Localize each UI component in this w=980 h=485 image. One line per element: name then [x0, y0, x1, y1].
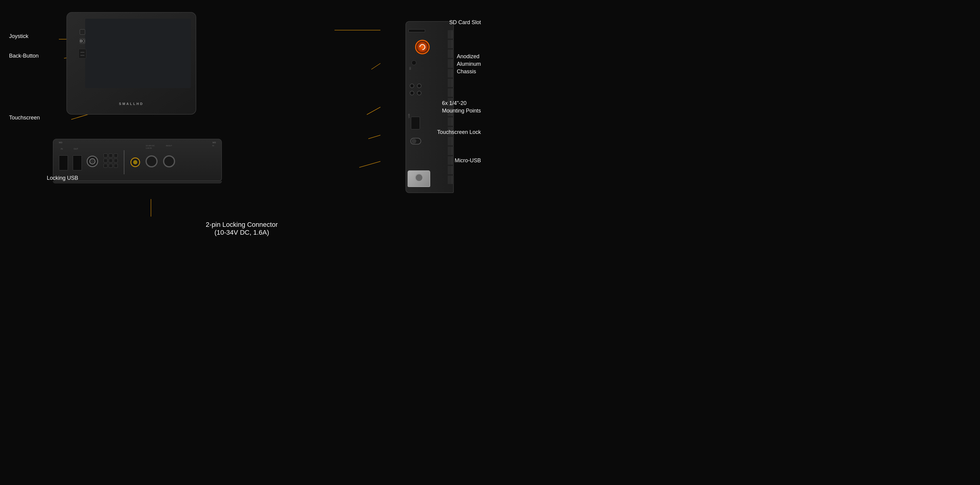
joystick-button: [80, 29, 85, 35]
power-button: [415, 40, 430, 54]
connector-line1: 2-pin Locking Connector: [206, 221, 278, 228]
micro-usb-label: Micro-USB: [455, 157, 481, 164]
usb-label: USB: [408, 114, 410, 118]
svg-line-9: [359, 162, 380, 167]
touchscreen-label: Touchscreen: [9, 115, 40, 121]
anodized-chassis-label: Anodized Aluminum Chassis: [457, 53, 481, 76]
hdmi-out-port: [73, 155, 82, 170]
out-label: OUT: [74, 148, 78, 150]
touchscreen-lock-label: Touchscreen Lock: [437, 129, 481, 135]
svg-line-8: [368, 135, 380, 139]
bottom-footer: [53, 181, 222, 183]
sd-card-slot-label: SD Card Slot: [449, 19, 481, 25]
back-button-label: Back-Button: [9, 53, 39, 59]
monitor-screen: [85, 19, 191, 88]
m3-label-right: M3: [213, 141, 216, 144]
bottom-mount-connector: [407, 170, 430, 187]
monitor-front-view: SMALLHD: [54, 12, 199, 130]
mounting-holes-cluster: [410, 84, 422, 95]
hdmi-in-port: [59, 155, 68, 170]
center-divider: [124, 150, 124, 174]
usb-port: [411, 117, 420, 129]
inout-label: IN/OUT: [166, 145, 172, 147]
sd-card-slot: [409, 29, 425, 32]
bottom-body: M3 M3 IN OUT: [53, 139, 222, 181]
lemo-gold-port: [130, 157, 140, 167]
dc-label2: 1.6A IN: [146, 147, 152, 149]
scene: SMALLHD M3 M3 IN OUT: [0, 0, 490, 242]
side-grip: [78, 49, 86, 59]
mounting-points-label: 6x 1/4"-20 Mounting Points: [442, 100, 481, 115]
connector-label: 2-pin Locking Connector (10-34V DC, 1.6A…: [206, 221, 278, 236]
brand-label: SMALLHD: [119, 102, 144, 106]
lemo-port: [87, 155, 98, 167]
button-cluster: [103, 154, 118, 168]
m3-label-left: M3: [59, 141, 62, 144]
in-label: IN: [61, 148, 63, 150]
dc-label: 10-34V DC: [146, 145, 155, 147]
sd-label: SD: [409, 67, 411, 70]
connector-line2: (10-34V DC, 1.6A): [206, 228, 278, 236]
svg-line-7: [367, 107, 380, 115]
bnc-port-1: [146, 155, 158, 167]
in-label-right: IN: [212, 145, 214, 147]
locking-usb-label: Locking USB: [47, 175, 78, 181]
svg-line-6: [371, 63, 380, 70]
bnc-port-2: [163, 155, 175, 167]
monitor-bottom-view: M3 M3 IN OUT: [53, 139, 222, 192]
monitor-body: SMALLHD: [67, 12, 196, 115]
back-button: [80, 38, 85, 44]
headphone-port: [412, 60, 416, 65]
touchscreen-lock-switch: [410, 138, 421, 144]
joystick-label: Joystick: [9, 33, 29, 40]
